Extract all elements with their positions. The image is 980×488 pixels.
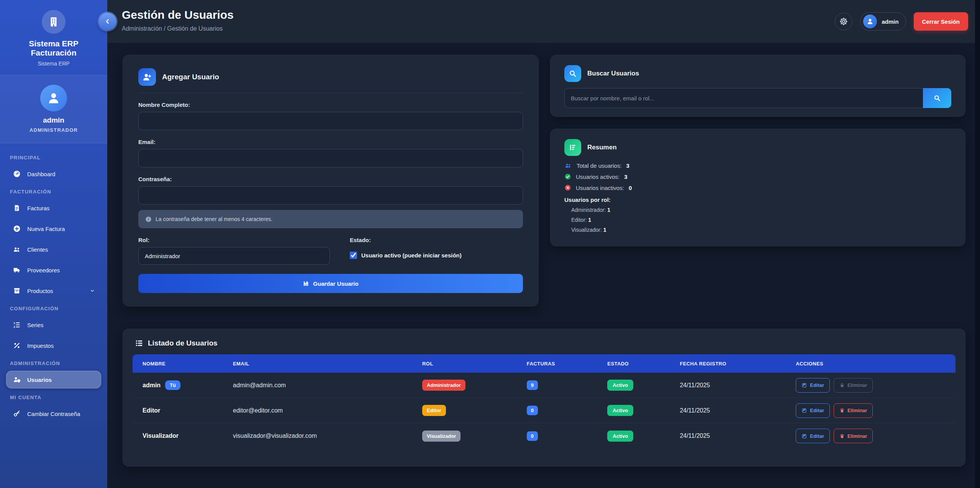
delete-button[interactable]: Eliminar	[834, 429, 873, 443]
active-checkbox[interactable]	[350, 252, 357, 259]
sidebar-item-nueva-factura[interactable]: Nueva Factura	[6, 220, 101, 237]
nav-section-configuracion: CONFIGURACIÓN	[10, 306, 97, 311]
col-email: EMAIL	[233, 361, 422, 367]
edit-button-label: Editar	[810, 382, 824, 388]
sidebar-item-series[interactable]: 12 Series	[6, 316, 101, 334]
role-label: Rol:	[138, 237, 330, 243]
role-badge: Visualizador	[422, 431, 461, 442]
sidebar-nav: PRINCIPAL Dashboard FACTURACIÓN Facturas…	[0, 143, 107, 431]
sidebar: Sistema ERP Facturación Sistema ERP admi…	[0, 0, 107, 488]
sidebar-item-usuarios[interactable]: Usuarios	[6, 371, 101, 388]
status-label: Estado:	[350, 237, 523, 243]
sidebar-item-label: Usuarios	[27, 377, 52, 383]
settings-button[interactable]	[835, 13, 852, 30]
user-shield-icon	[12, 376, 21, 383]
save-icon	[303, 280, 309, 287]
user-email: visualizador@visualizador.com	[233, 432, 422, 439]
by-role-label: Visualizador:	[571, 227, 602, 233]
password-input[interactable]	[138, 186, 523, 205]
divider	[138, 93, 523, 93]
logout-button[interactable]: Cerrar Sesión	[914, 12, 968, 31]
edit-button[interactable]: Editar	[796, 403, 830, 418]
edit-button[interactable]: Editar	[796, 429, 830, 443]
sidebar-item-label: Clientes	[27, 246, 48, 253]
add-user-title: Agregar Usuario	[162, 73, 219, 81]
table-row: admin Tú admin@admin.com Administrador 9…	[133, 373, 955, 398]
col-nombre: NOMBRE	[133, 361, 233, 367]
main-content: Agregar Usuario Nombre Completo: Email: …	[123, 55, 965, 467]
stat-total-users: Total de usuarios: 3	[564, 162, 951, 169]
table-row: Editor editor@editor.com Editor 0 Activo…	[133, 398, 955, 423]
stat-value: 3	[626, 162, 629, 169]
edit-icon	[801, 408, 807, 413]
nav-section-mi-cuenta: MI CUENTA	[10, 395, 97, 400]
users-icon	[12, 246, 21, 253]
avatar	[863, 15, 877, 28]
table-header: NOMBRE EMAIL ROL FACTURAS ESTADO FECHA R…	[133, 354, 955, 373]
key-icon	[12, 410, 21, 418]
by-role-admin: Administrador: 1	[571, 207, 951, 213]
search-input[interactable]	[564, 88, 923, 108]
invoices-badge: 9	[527, 380, 538, 390]
avatar	[40, 85, 67, 111]
search-icon	[933, 94, 941, 102]
col-facturas: FACTURAS	[527, 361, 608, 367]
edit-icon	[801, 433, 807, 439]
stat-label: Usuarios activos:	[576, 174, 619, 180]
stat-label: Usuarios inactivos:	[576, 185, 624, 191]
sidebar-item-clientes[interactable]: Clientes	[6, 241, 101, 258]
col-estado: ESTADO	[607, 361, 680, 367]
registered-date: 24/11/2025	[680, 432, 796, 439]
edit-icon	[801, 382, 807, 388]
x-circle-icon	[564, 184, 571, 191]
save-user-button[interactable]: Guardar Usuario	[138, 274, 523, 293]
trash-icon	[839, 408, 845, 413]
breadcrumb: Administración / Gestión de Usuarios	[122, 25, 234, 32]
user-email: editor@editor.com	[233, 407, 422, 414]
sidebar-item-label: Proveedores	[27, 267, 60, 273]
name-input[interactable]	[138, 112, 523, 130]
status-badge: Activo	[607, 405, 633, 416]
sidebar-item-proveedores[interactable]: Proveedores	[6, 261, 101, 279]
sidebar-item-label: Productos	[27, 288, 53, 294]
sidebar-item-facturas[interactable]: Facturas	[6, 199, 101, 217]
status-badge: Activo	[607, 380, 633, 391]
summary-title: Resumen	[587, 144, 617, 151]
password-hint: La contraseña debe tener al menos 4 cara…	[138, 210, 523, 228]
password-label: Contraseña:	[138, 176, 523, 182]
active-checkbox-label: Usuario activo (puede iniciar sesión)	[361, 252, 462, 259]
edit-button[interactable]: Editar	[796, 378, 830, 393]
user-name: Visualizador	[143, 432, 179, 439]
sidebar-user-role: ADMINISTRADOR	[7, 127, 100, 133]
back-button[interactable]	[99, 13, 116, 30]
status-badge: Activo	[607, 431, 633, 442]
search-submit-button[interactable]	[923, 88, 951, 108]
sidebar-item-impuestos[interactable]: Impuestos	[6, 337, 101, 354]
brand: Sistema ERP Facturación Sistema ERP	[0, 0, 107, 75]
sidebar-item-productos[interactable]: Productos	[6, 282, 101, 300]
email-input[interactable]	[138, 149, 523, 167]
box-icon	[12, 287, 21, 295]
report-icon	[564, 139, 581, 156]
stat-active-users: Usuarios activos: 3	[564, 173, 951, 180]
by-role-title: Usuarios por rol:	[564, 197, 951, 203]
user-name: Editor	[143, 407, 160, 414]
trash-icon	[839, 433, 845, 439]
sidebar-item-dashboard[interactable]: Dashboard	[6, 165, 101, 183]
col-fecha-registro: FECHA REGISTRO	[680, 361, 796, 367]
delete-button[interactable]: Eliminar	[834, 403, 873, 418]
sidebar-item-cambiar-contrasena[interactable]: Cambiar Contraseña	[6, 405, 101, 422]
by-role-viewer: Visualizador: 1	[571, 227, 951, 233]
stat-label: Total de usuarios:	[577, 162, 622, 169]
user-chip[interactable]: admin	[860, 12, 906, 31]
delete-button-disabled[interactable]: Eliminar	[834, 378, 873, 393]
sidebar-item-label: Facturas	[27, 205, 49, 211]
role-select[interactable]	[138, 247, 330, 265]
nav-section-administracion: ADMINISTRACIÓN	[10, 360, 97, 366]
scrollbar[interactable]	[975, 0, 980, 488]
sidebar-item-label: Cambiar Contraseña	[27, 411, 80, 417]
password-hint-text: La contraseña debe tener al menos 4 cara…	[156, 216, 272, 222]
app-title: Sistema ERP Facturación	[7, 39, 100, 57]
user-plus-icon	[138, 68, 156, 86]
sidebar-item-label: Impuestos	[27, 342, 54, 349]
